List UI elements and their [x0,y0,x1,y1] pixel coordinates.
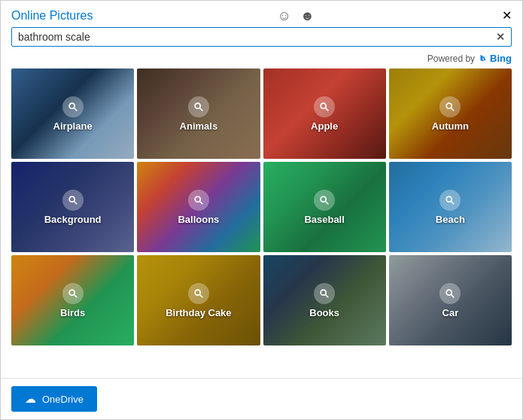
grid-item-apple[interactable]: Apple [263,68,386,159]
svg-line-17 [74,294,77,297]
svg-line-3 [200,108,203,111]
grid-item-animals[interactable]: Animals [137,68,260,159]
grid-item-overlay: Car [389,255,512,345]
bing-logo: Bing [478,53,512,64]
smiley1-icon[interactable]: ☺ [278,9,291,23]
search-circle-icon [439,283,461,304]
grid-item-overlay: Animals [137,68,260,159]
search-circle-icon [62,96,84,117]
grid-item-overlay: Airplane [11,68,134,159]
search-circle-icon [439,96,461,117]
powered-by-bar: Powered by Bing [1,51,522,68]
grid-item-label: Baseball [304,214,344,225]
title-bar: Online Pictures ☺ ☻ ✕ [1,1,522,27]
grid-item-birthday-cake[interactable]: Birthday Cake [137,255,260,345]
grid-item-label: Beach [436,214,465,225]
grid-item-birds[interactable]: Birds [11,255,134,345]
svg-line-11 [200,201,203,204]
grid-item-label: Apple [311,120,338,132]
grid-item-label: Animals [180,120,218,132]
bing-label: Bing [490,53,512,64]
svg-line-23 [452,294,455,297]
svg-point-8 [69,196,74,202]
grid-item-overlay: Books [263,255,386,345]
bottom-bar: ☁ OneDrive [1,378,522,419]
grid-item-books[interactable]: Books [263,255,386,345]
grid-item-label: Airplane [53,120,93,132]
close-button[interactable]: ✕ [502,8,512,23]
grid-item-background[interactable]: Background [11,162,134,252]
grid-item-overlay: Apple [263,68,386,159]
svg-line-1 [74,108,77,111]
svg-point-18 [195,290,200,295]
grid-item-label: Background [44,214,102,225]
grid-item-baseball[interactable]: Baseball [263,162,386,252]
svg-point-12 [321,196,326,202]
grid-item-overlay: Baseball [263,162,386,252]
search-clear-button[interactable]: ✕ [496,31,505,43]
svg-point-2 [195,103,200,108]
svg-line-19 [200,294,203,297]
svg-point-4 [321,103,326,108]
grid-item-overlay: Beach [389,162,512,252]
svg-point-22 [447,290,452,295]
svg-line-15 [452,201,455,204]
search-circle-icon [188,190,209,211]
svg-point-16 [69,290,74,295]
search-circle-icon [62,190,84,211]
svg-point-20 [321,290,326,295]
grid-item-label: Books [309,307,339,318]
grid-item-label: Birds [60,307,85,318]
onedrive-label: OneDrive [42,394,84,405]
svg-line-21 [326,294,329,297]
grid-item-airplane[interactable]: Airplane [11,68,134,159]
window-title: Online Pictures [11,9,93,23]
search-circle-icon [62,283,84,304]
grid-item-overlay: Background [11,162,134,252]
grid-item-label: Car [442,307,459,318]
image-grid: Airplane Animals [1,68,522,378]
svg-line-5 [326,108,329,111]
grid-item-overlay: Balloons [137,162,260,252]
search-circle-icon [314,96,335,117]
svg-point-14 [447,196,452,202]
onedrive-button[interactable]: ☁ OneDrive [11,386,97,412]
search-circle-icon [314,283,335,304]
svg-point-0 [69,103,74,108]
search-circle-icon [188,283,209,304]
online-pictures-window: Online Pictures ☺ ☻ ✕ ✕ Powered by Bing [0,0,523,420]
grid-item-overlay: Birds [11,255,134,345]
search-circle-icon [439,190,461,211]
grid-item-overlay: Birthday Cake [137,255,260,345]
svg-point-6 [447,103,452,108]
grid-item-label: Autumn [432,120,469,132]
grid-item-balloons[interactable]: Balloons [137,162,260,252]
svg-line-9 [74,201,77,204]
grid-item-car[interactable]: Car [389,255,512,345]
grid-item-label: Birthday Cake [166,307,231,318]
search-bar: ✕ [11,27,512,47]
grid-item-overlay: Autumn [389,68,512,159]
search-circle-icon [188,96,209,117]
smiley2-icon[interactable]: ☻ [300,9,315,23]
title-bar-icons: ☺ ☻ [278,9,318,23]
grid-item-autumn[interactable]: Autumn [389,68,512,159]
search-input[interactable] [18,31,491,43]
search-circle-icon [314,190,335,211]
svg-point-10 [195,196,200,202]
grid-item-beach[interactable]: Beach [389,162,512,252]
svg-line-7 [452,108,455,111]
svg-line-13 [326,201,329,204]
grid-item-label: Balloons [178,214,219,225]
powered-by-text: Powered by [427,53,475,64]
onedrive-icon: ☁ [25,392,36,406]
